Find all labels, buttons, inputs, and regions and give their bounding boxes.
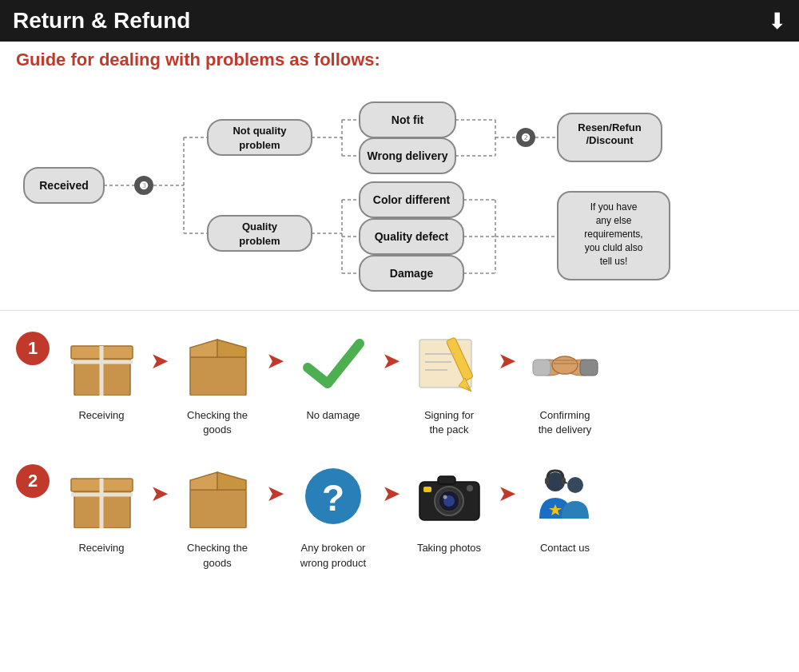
- page-title: Return & Refund: [13, 8, 190, 34]
- svg-rect-71: [533, 360, 551, 376]
- box-closed2-svg: [68, 464, 136, 528]
- svg-marker-62: [217, 340, 246, 357]
- question-mark-icon: ?: [289, 456, 377, 536]
- box-open2-svg: [184, 464, 252, 528]
- svg-marker-61: [190, 340, 217, 357]
- svg-text:tell us!: tell us!: [600, 256, 628, 267]
- svg-point-93: [467, 485, 473, 491]
- svg-text:❸: ❸: [139, 180, 149, 192]
- checkmark-icon: [289, 324, 377, 404]
- step-2-broken-label: Any broken orwrong product: [300, 541, 366, 570]
- person-contact-icon: [521, 456, 609, 536]
- step-1-checking-label: Checking thegoods: [187, 408, 248, 437]
- svg-text:Damage: Damage: [390, 267, 434, 280]
- flowchart-svg: Received ❸ Not quality problem Quality p…: [16, 80, 783, 300]
- arrow-6: ➤: [266, 480, 284, 507]
- arrow-7: ➤: [382, 480, 400, 507]
- svg-text:Quality: Quality: [242, 221, 278, 233]
- svg-text:Color different: Color different: [373, 193, 451, 206]
- svg-text:problem: problem: [239, 235, 280, 247]
- step-1-nodamage: No damage: [289, 324, 377, 423]
- camera-svg: [415, 464, 483, 528]
- svg-text:/Discount: /Discount: [586, 134, 634, 146]
- down-arrow-icon: ⬇: [768, 8, 786, 34]
- step-2-photos-label: Taking photos: [417, 541, 481, 555]
- step-2-broken: ? Any broken orwrong product: [289, 456, 377, 570]
- arrow-2: ➤: [266, 348, 284, 374]
- step-2-number: 2: [16, 464, 50, 498]
- svg-text:Received: Received: [39, 179, 88, 192]
- person-svg: [531, 464, 599, 528]
- step-1-receiving: Receiving: [58, 324, 145, 423]
- step-2-items: Receiving ➤ Checking thegoods ➤: [58, 456, 783, 570]
- svg-marker-83: [217, 472, 246, 490]
- svg-point-95: [567, 477, 583, 493]
- svg-rect-91: [438, 476, 455, 484]
- svg-text:❷: ❷: [521, 132, 531, 144]
- handshake-svg: [531, 332, 599, 396]
- svg-rect-81: [190, 490, 246, 528]
- svg-text:Resen/Refun: Resen/Refun: [578, 121, 642, 133]
- step-1-items: Receiving ➤ Checking thegoods ➤: [58, 324, 783, 437]
- svg-text:Wrong delivery: Wrong delivery: [368, 149, 448, 162]
- svg-point-90: [443, 495, 447, 499]
- svg-text:Not fit: Not fit: [392, 113, 424, 126]
- pencil-signing-icon: [405, 324, 493, 404]
- checkmark-svg: [300, 332, 368, 396]
- camera-icon: [405, 456, 493, 536]
- pencil-svg: [415, 332, 483, 396]
- step-1-signing-label: Signing forthe pack: [424, 408, 474, 437]
- svg-rect-60: [190, 357, 246, 396]
- page-header: Return & Refund ⬇: [0, 0, 799, 42]
- arrow-8: ➤: [498, 480, 516, 507]
- svg-point-74: [552, 356, 578, 374]
- step-2-receiving-label: Receiving: [78, 541, 124, 555]
- svg-text:problem: problem: [239, 139, 280, 151]
- flowchart: Received ❸ Not quality problem Quality p…: [16, 80, 783, 304]
- box-open-svg: [184, 332, 252, 396]
- step-2-checking: Checking thegoods: [173, 456, 261, 570]
- svg-text:If you have: If you have: [590, 201, 638, 213]
- svg-text:you cluld also: you cluld also: [585, 242, 643, 253]
- svg-text:?: ?: [321, 477, 344, 519]
- arrow-3: ➤: [382, 348, 400, 374]
- step-2-row: 2 Receiving ➤: [16, 456, 783, 570]
- question-svg: ?: [300, 464, 368, 528]
- steps-section: 1 Receiving ➤: [0, 310, 799, 598]
- svg-rect-73: [580, 360, 598, 376]
- svg-text:Not quality: Not quality: [233, 125, 287, 137]
- arrow-4: ➤: [498, 348, 516, 374]
- step-1-checking: Checking thegoods: [173, 324, 261, 437]
- arrow-1: ➤: [150, 348, 169, 374]
- step-2-receiving: Receiving: [58, 456, 145, 555]
- svg-rect-92: [423, 487, 431, 492]
- receiving2-icon: [58, 456, 145, 536]
- step-1-row: 1 Receiving ➤: [16, 324, 783, 437]
- svg-marker-82: [190, 472, 217, 490]
- svg-text:Quality defect: Quality defect: [375, 230, 449, 243]
- guide-section: Guide for dealing with problems as follo…: [0, 42, 799, 304]
- handshake-confirming-icon: [521, 324, 609, 404]
- step-2-contact-label: Contact us: [540, 541, 590, 555]
- guide-title: Guide for dealing with problems as follo…: [16, 50, 783, 70]
- box-closed-svg: [68, 332, 136, 396]
- step-1-nodamage-label: No damage: [306, 408, 360, 423]
- receiving-icon: [58, 324, 145, 404]
- step-2-checking-label: Checking thegoods: [187, 541, 248, 570]
- checking-icon: [173, 324, 261, 404]
- step-1-confirming: Confirmingthe delivery: [521, 324, 609, 437]
- step-1-number: 1: [16, 332, 50, 365]
- svg-rect-96: [545, 478, 549, 484]
- checking2-icon: [173, 456, 261, 536]
- arrow-5: ➤: [150, 480, 169, 507]
- step-2-contact: Contact us: [521, 456, 609, 555]
- svg-text:any else: any else: [596, 215, 632, 226]
- step-2-photos: Taking photos: [405, 456, 493, 555]
- step-1-confirming-label: Confirmingthe delivery: [539, 408, 591, 437]
- step-1-receiving-label: Receiving: [78, 408, 124, 423]
- svg-text:requirements,: requirements,: [584, 229, 642, 240]
- step-1-signing: Signing forthe pack: [405, 324, 493, 437]
